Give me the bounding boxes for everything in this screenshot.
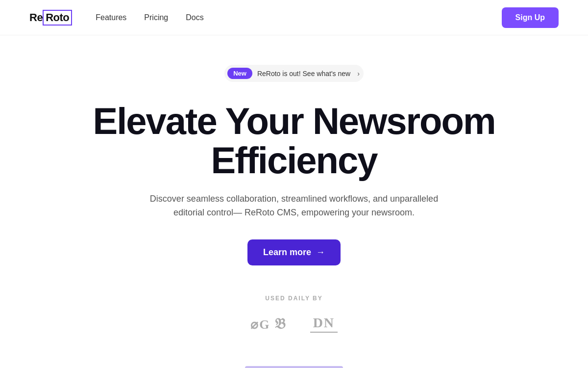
cta-arrow-icon: → [316,247,325,258]
logos-row: ⌀G 𝔅 DN [250,315,338,333]
hero-subtitle: Discover seamless collaboration, streaml… [142,192,446,220]
nav-link-pricing[interactable]: Pricing [144,13,168,22]
partner-logo-dn: DN [310,316,338,333]
logo-roto: Roto [43,10,72,26]
badge-new-label: New [227,68,252,79]
signup-button[interactable]: Sign Up [502,7,559,28]
announcement-badge[interactable]: New ReRoto is out! See what's new › [224,65,364,82]
nav-link-features[interactable]: Features [96,13,126,22]
used-by-section: USED DAILY BY ⌀G 𝔅 DN [250,295,338,333]
cta-label: Learn more [263,247,311,258]
dn-line [310,332,338,333]
nav-links: Features Pricing Docs [96,13,204,22]
dn-text: DN [313,316,335,330]
learn-more-button[interactable]: Learn more → [247,239,341,265]
used-by-label: USED DAILY BY [265,295,322,302]
partner-logo-og-b: ⌀G 𝔅 [250,315,287,333]
logo-re: Re [29,11,43,24]
badge-arrow-icon: › [357,70,360,78]
nav-left: ReRoto Features Pricing Docs [29,10,204,26]
nav-link-docs[interactable]: Docs [186,13,203,22]
bottom-bar-decoration [245,366,343,368]
badge-message: ReRoto is out! See what's new [257,70,350,78]
hero-title: Elevate Your Newsroom Efficiency [74,102,514,180]
navbar: ReRoto Features Pricing Docs Sign Up [0,0,588,35]
hero-section: New ReRoto is out! See what's new › Elev… [0,35,588,333]
logo[interactable]: ReRoto [29,10,72,26]
